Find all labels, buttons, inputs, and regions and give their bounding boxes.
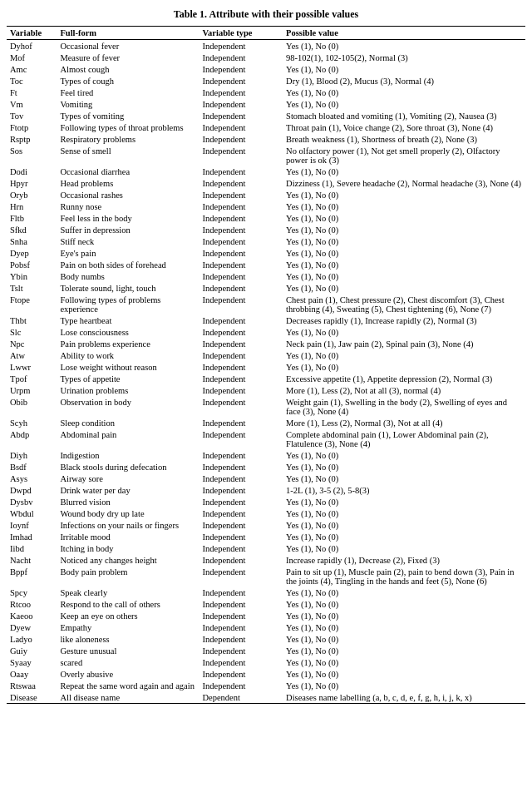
table-cell: Independent xyxy=(199,598,283,610)
table-cell: Yes (1), No (0) xyxy=(283,349,525,361)
table-row: DyepEye's painIndependentYes (1), No (0) xyxy=(7,247,525,259)
table-row: AtwAbility to workIndependentYes (1), No… xyxy=(7,349,525,361)
table-cell: Yes (1), No (0) xyxy=(283,531,525,542)
table-cell: Independent xyxy=(199,542,283,554)
table-cell: Occasional rashes xyxy=(57,189,199,200)
table-cell: Independent xyxy=(199,235,283,247)
table-cell: Yes (1), No (0) xyxy=(283,247,525,259)
table-cell: All disease name xyxy=(57,691,199,704)
table-cell: Atw xyxy=(7,349,57,361)
attribute-table: Variable Full-form Variable type Possibl… xyxy=(7,26,525,704)
table-cell: Respond to the call of others xyxy=(57,598,199,610)
table-cell: Repeat the same word again and again xyxy=(57,680,199,691)
table-row: DodiOccasional diarrheaIndependentYes (1… xyxy=(7,166,525,177)
table-row: HrnRunny noseIndependentYes (1), No (0) xyxy=(7,200,525,212)
table-cell: Dyhof xyxy=(7,40,57,52)
table-row: FtFeel tiredIndependentYes (1), No (0) xyxy=(7,87,525,98)
table-cell: Gesture unusual xyxy=(57,645,199,656)
table-cell: Independent xyxy=(199,314,283,326)
table-cell: Oryb xyxy=(7,189,57,200)
table-row: VmVomitingIndependentYes (1), No (0) xyxy=(7,98,525,110)
table-cell: Abdp xyxy=(7,428,57,449)
table-cell: Independent xyxy=(199,145,283,166)
table-cell: Independent xyxy=(199,449,283,461)
table-row: FltbFeel less in the bodyIndependentYes … xyxy=(7,212,525,224)
table-row: TsltTolerate sound, light, touchIndepend… xyxy=(7,282,525,294)
table-cell: Yes (1), No (0) xyxy=(283,496,525,507)
table-cell: Independent xyxy=(199,133,283,145)
table-cell: Snha xyxy=(7,235,57,247)
table-cell: Decreases rapidly (1), Increase rapidly … xyxy=(283,314,525,326)
table-cell: Wbdul xyxy=(7,507,57,519)
table-cell: More (1), Less (2), Normal (3), Not at a… xyxy=(283,417,525,428)
table-cell: Irritable mood xyxy=(57,531,199,542)
table-cell: Independent xyxy=(199,621,283,633)
table-cell: Indigestion xyxy=(57,449,199,461)
table-cell: Throat pain (1), Voice change (2), Sore … xyxy=(283,121,525,133)
table-cell: Bsdf xyxy=(7,461,57,473)
table-cell: Independent xyxy=(199,566,283,587)
table-row: SpcySpeak clearlyIndependentYes (1), No … xyxy=(7,587,525,598)
table-row: BppfBody pain problemIndependentPain to … xyxy=(7,566,525,587)
table-cell: Stiff neck xyxy=(57,235,199,247)
table-cell: Overly abusive xyxy=(57,668,199,680)
table-cell: Independent xyxy=(199,680,283,691)
table-cell: Independent xyxy=(199,247,283,259)
table-cell: Ioynf xyxy=(7,519,57,531)
table-cell: Independent xyxy=(199,531,283,542)
table-cell: Hpyr xyxy=(7,177,57,189)
table-cell: Yes (1), No (0) xyxy=(283,361,525,373)
table-cell: Independent xyxy=(199,473,283,484)
table-cell: Independent xyxy=(199,396,283,417)
table-cell: Vm xyxy=(7,98,57,110)
table-cell: Spcy xyxy=(7,587,57,598)
table-cell: Independent xyxy=(199,668,283,680)
table-cell: Yes (1), No (0) xyxy=(283,633,525,645)
table-cell: Urpm xyxy=(7,384,57,396)
table-cell: Lose weight without reason xyxy=(57,361,199,373)
table-row: TpofTypes of appetiteIndependentExcessiv… xyxy=(7,373,525,384)
table-cell: Pain on both sides of forehead xyxy=(57,259,199,270)
table-cell: like aloneness xyxy=(57,633,199,645)
table-cell: Yes (1), No (0) xyxy=(283,610,525,621)
table-row: IoynfInfections on your nails or fingers… xyxy=(7,519,525,531)
table-cell: Independent xyxy=(199,110,283,121)
table-row: UrpmUrination problemsIndependentMore (1… xyxy=(7,384,525,396)
table-cell: Yes (1), No (0) xyxy=(283,98,525,110)
table-cell: Types of appetite xyxy=(57,373,199,384)
table-cell: Dysbv xyxy=(7,496,57,507)
table-cell: Types of cough xyxy=(57,75,199,87)
table-cell: Runny nose xyxy=(57,200,199,212)
table-cell: Occasional fever xyxy=(57,40,199,52)
table-cell: Ybin xyxy=(7,270,57,282)
table-cell: Increase rapidly (1), Decrease (2), Fixe… xyxy=(283,554,525,566)
table-cell: Yes (1), No (0) xyxy=(283,326,525,338)
table-cell: Empathy xyxy=(57,621,199,633)
table-cell: Yes (1), No (0) xyxy=(283,507,525,519)
table-cell: Blurred vision xyxy=(57,496,199,507)
table-cell: Hrn xyxy=(7,200,57,212)
table-cell: Yes (1), No (0) xyxy=(283,40,525,52)
table-cell: Independent xyxy=(199,63,283,75)
table-cell: Excessive appetite (1), Appetite depress… xyxy=(283,373,525,384)
table-cell: Drink water per day xyxy=(57,484,199,496)
table-cell: Diseases name labelling (a, b, c, d, e, … xyxy=(283,691,525,704)
table-cell: Lose consciousness xyxy=(57,326,199,338)
table-row: SosSense of smellIndependentNo olfactory… xyxy=(7,145,525,166)
table-cell: Obib xyxy=(7,396,57,417)
table-cell: Scyh xyxy=(7,417,57,428)
table-row: ImhadIrritable moodIndependentYes (1), N… xyxy=(7,531,525,542)
table-cell: Independent xyxy=(199,656,283,668)
table-cell: Independent xyxy=(199,373,283,384)
table-cell: No olfactory power (1), Not get smell pr… xyxy=(283,145,525,166)
table-cell: Npc xyxy=(7,338,57,349)
table-row: DiseaseAll disease nameDependentDiseases… xyxy=(7,691,525,704)
table-row: DysbvBlurred visionIndependentYes (1), N… xyxy=(7,496,525,507)
table-cell: Yes (1), No (0) xyxy=(283,645,525,656)
table-cell: Independent xyxy=(199,361,283,373)
table-cell: Independent xyxy=(199,461,283,473)
table-cell: Dwpd xyxy=(7,484,57,496)
table-cell: Dodi xyxy=(7,166,57,177)
table-cell: Stomach bloated and vomiting (1), Vomiti… xyxy=(283,110,525,121)
table-row: PobsfPain on both sides of foreheadIndep… xyxy=(7,259,525,270)
